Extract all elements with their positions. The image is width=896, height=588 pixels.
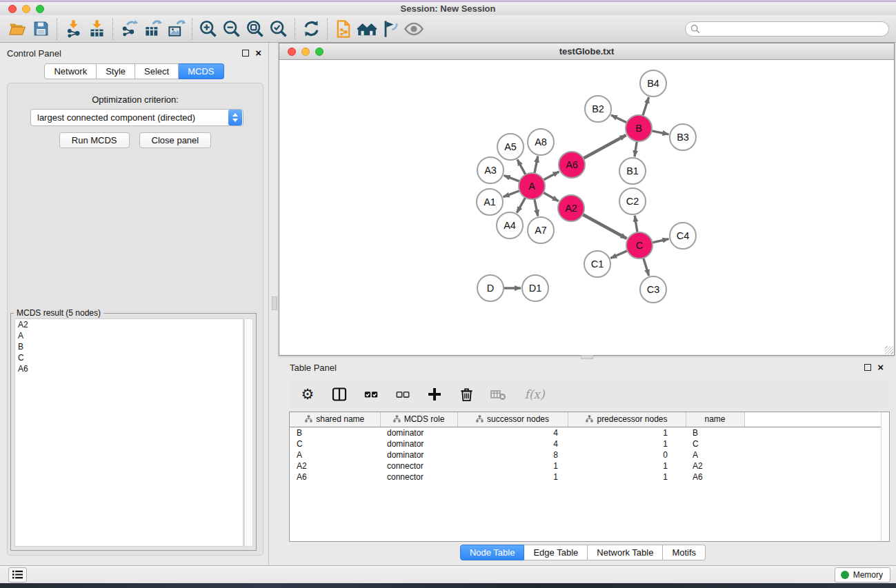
table-cell[interactable]: A6	[686, 472, 744, 483]
table-settings-button[interactable]: ⚙	[299, 385, 317, 403]
table-cell[interactable]: 4	[457, 438, 568, 449]
column-header-shared-name[interactable]: shared name	[290, 412, 380, 427]
table-cell[interactable]: dominator	[380, 449, 457, 460]
graph-node-C3[interactable]: C3	[640, 276, 666, 303]
graph-edge-A-A4[interactable]	[517, 196, 526, 213]
zoom-selected-button[interactable]	[267, 17, 290, 41]
help-home-button[interactable]	[355, 17, 379, 41]
memory-button[interactable]: Memory	[835, 567, 890, 582]
table-cell[interactable]: C	[290, 438, 380, 449]
refresh-view-button[interactable]	[299, 17, 323, 41]
table-tab-node-table[interactable]: Node Table	[460, 545, 525, 560]
graph-edge-A-A7[interactable]	[534, 198, 537, 216]
panel-splitter-handle[interactable]	[272, 296, 277, 310]
graph-edge-A-A1[interactable]	[504, 190, 521, 197]
graph-node-A1[interactable]: A1	[477, 189, 503, 215]
apply-function-button[interactable]: f(x)	[521, 385, 548, 403]
tab-network[interactable]: Network	[44, 63, 97, 79]
table-tab-network-table[interactable]: Network Table	[588, 545, 663, 560]
graph-node-C2[interactable]: C2	[619, 188, 646, 214]
graph-node-A6[interactable]: A6	[559, 152, 585, 178]
table-cell[interactable]: A2	[290, 460, 380, 472]
task-history-button[interactable]	[8, 567, 27, 582]
close-panel-button[interactable]: Close panel	[139, 132, 212, 148]
column-header-predecessor-nodes[interactable]: predecessor nodes	[568, 412, 686, 427]
table-cell[interactable]: C	[686, 438, 744, 449]
table-cell[interactable]: A2	[686, 460, 744, 472]
import-table-button[interactable]	[85, 17, 108, 41]
table-cell[interactable]: 1	[568, 472, 686, 483]
tab-mcds[interactable]: MCDS	[179, 63, 223, 79]
graph-edge-C-C3[interactable]	[643, 256, 649, 276]
import-network-button[interactable]	[61, 17, 85, 41]
add-row-button[interactable]	[426, 385, 444, 403]
table-cell[interactable]: A	[686, 449, 744, 460]
table-cell[interactable]: A6	[290, 472, 380, 483]
graph-edge-B-B1[interactable]	[635, 140, 637, 156]
mcds-list-scrollbar[interactable]	[244, 318, 253, 547]
mcds-result-item[interactable]: A2	[15, 319, 243, 330]
table-cell[interactable]: 1	[568, 460, 686, 472]
mcds-result-item[interactable]: C	[15, 352, 243, 363]
graph-edge-C-C2[interactable]	[635, 216, 637, 234]
graph-node-B2[interactable]: B2	[585, 96, 611, 122]
network-canvas[interactable]: AA1A2A3A4A5A6A7A8BB1B2B3B4CC1C2C3C4DD1	[279, 61, 894, 355]
graph-edge-A-A8[interactable]	[534, 156, 537, 175]
graph-edge-C-C4[interactable]	[651, 239, 669, 243]
table-cell[interactable]: B	[290, 427, 380, 438]
show-column-button[interactable]	[330, 385, 348, 403]
save-session-button[interactable]	[29, 17, 52, 41]
graph-node-C1[interactable]: C1	[584, 251, 610, 277]
graph-node-A[interactable]: A	[519, 173, 545, 199]
deselect-all-columns-button[interactable]	[394, 385, 412, 403]
float-table-panel-icon[interactable]	[864, 364, 871, 371]
table-row[interactable]: A6connector11A6	[290, 472, 889, 483]
table-cell[interactable]: A	[290, 449, 380, 460]
search-input[interactable]	[700, 23, 888, 35]
zoom-in-button[interactable]	[197, 17, 220, 41]
table-tab-edge-table[interactable]: Edge Table	[524, 545, 588, 560]
select-all-columns-button[interactable]	[362, 385, 380, 403]
zoom-fit-button[interactable]	[243, 17, 267, 41]
graph-node-A3[interactable]: A3	[477, 157, 504, 183]
graph-node-B1[interactable]: B1	[619, 158, 646, 184]
table-cell[interactable]: 8	[457, 449, 568, 460]
open-sample-session-button[interactable]	[332, 17, 355, 41]
export-image-button[interactable]	[164, 17, 188, 41]
graph-edge-B-B3[interactable]	[650, 130, 669, 134]
table-cell[interactable]: 4	[457, 427, 568, 438]
run-mcds-button[interactable]: Run MCDS	[59, 132, 130, 148]
graph-edge-C-C1[interactable]	[610, 250, 628, 258]
table-cell[interactable]: dominator	[380, 438, 457, 449]
table-cell[interactable]: connector	[380, 460, 457, 472]
column-header-name[interactable]: name	[686, 412, 744, 427]
table-row[interactable]: A2connector11A2	[290, 460, 889, 472]
table-cell[interactable]: 1	[568, 427, 686, 438]
graph-edge-B-B4[interactable]	[642, 97, 648, 117]
table-cell[interactable]: 1	[457, 460, 568, 472]
table-cell[interactable]: 0	[568, 449, 686, 460]
graph-node-A5[interactable]: A5	[497, 134, 524, 160]
close-table-panel-icon[interactable]: ×	[877, 364, 884, 371]
table-cell[interactable]: 1	[457, 472, 568, 483]
tab-style[interactable]: Style	[97, 63, 135, 79]
graph-edge-A6-B[interactable]	[582, 135, 626, 159]
table-tab-motifs[interactable]: Motifs	[663, 545, 706, 560]
graph-node-B[interactable]: B	[626, 115, 652, 141]
table-cell[interactable]: 1	[568, 438, 686, 449]
open-session-button[interactable]	[6, 17, 29, 41]
table-row[interactable]: Bdominator41B	[290, 427, 889, 438]
graph-node-B3[interactable]: B3	[670, 124, 696, 150]
table-scrollbar[interactable]	[881, 412, 889, 541]
delete-table-button[interactable]	[489, 385, 507, 403]
tab-select[interactable]: Select	[135, 63, 179, 79]
graph-edge-A-A5[interactable]	[517, 159, 526, 176]
close-panel-icon[interactable]: ×	[255, 50, 261, 57]
delete-row-button[interactable]	[457, 385, 475, 403]
mcds-result-item[interactable]: A	[15, 330, 243, 341]
graphics-details-button[interactable]	[379, 17, 402, 41]
graph-node-C[interactable]: C	[626, 232, 653, 258]
search-field[interactable]	[685, 21, 889, 37]
graph-node-C4[interactable]: C4	[670, 223, 696, 249]
graph-node-D[interactable]: D	[477, 275, 504, 301]
